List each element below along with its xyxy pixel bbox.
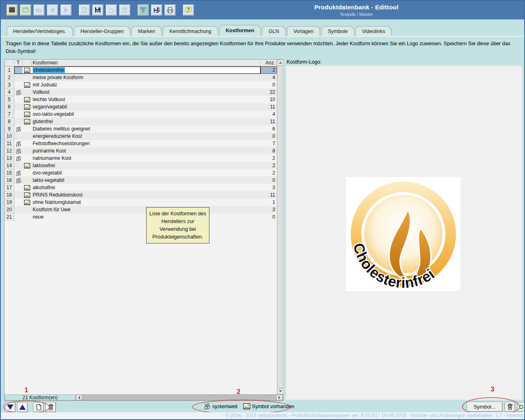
move-down-button[interactable] <box>5 402 16 412</box>
table-row[interactable]: 1cholesterinfrei2 <box>4 66 277 74</box>
toolbar-print-button[interactable] <box>165 4 176 15</box>
tab-kenntlichmachung[interactable]: Kenntlichmachung <box>163 26 218 36</box>
row-count-cell: 6 <box>260 125 277 133</box>
scroll-right-icon[interactable] <box>276 395 283 400</box>
row-symbol-cell <box>22 140 31 147</box>
table-row[interactable]: 4Vollkost22 <box>4 88 277 96</box>
move-up-button[interactable] <box>17 402 28 412</box>
toolbar-save-button[interactable] <box>92 4 103 15</box>
scroll-up-icon[interactable] <box>277 60 283 66</box>
delete-logo-button[interactable] <box>505 402 515 412</box>
row-name-cell[interactable]: glutenfrei <box>31 118 260 125</box>
toolbar-export-button[interactable] <box>138 4 149 15</box>
symbol-button[interactable]: Symbol... <box>467 402 503 412</box>
table-status-row: 21 Kostform(en) <box>4 394 283 400</box>
delete-row-button[interactable] <box>45 402 56 412</box>
record-nav-buttons <box>5 402 58 412</box>
table-row[interactable]: 21neue0 <box>4 213 277 221</box>
toolbar-sync-save-button[interactable] <box>151 4 162 15</box>
row-systemwide-cell <box>14 66 22 74</box>
column-header <box>22 60 31 66</box>
horizontal-scrollbar[interactable] <box>76 394 283 400</box>
legend-symbol-label: Symbol vorhanden <box>252 404 294 409</box>
row-name-cell[interactable]: energiereduzierte Kost <box>31 133 260 140</box>
row-name-cell[interactable]: lakto-vegetabil <box>31 177 260 184</box>
table-row[interactable]: 18PRINS Reduktionskost11 <box>4 191 277 199</box>
row-name-cell[interactable]: ovo-vegetabil <box>31 169 260 177</box>
tab-marken[interactable]: Marken <box>131 26 162 36</box>
move-down-icon <box>7 405 13 410</box>
table-row[interactable]: 8glutenfrei11 <box>4 118 277 125</box>
table-row[interactable]: 17alkoholfrei3 <box>4 184 277 191</box>
kostformen-table: TKostformenAnz. 1cholesterinfrei22meine … <box>4 59 283 401</box>
new-window-icon <box>22 6 29 14</box>
row-symbol-cell <box>22 191 31 199</box>
row-name-cell[interactable]: alkoholfrei <box>31 184 260 191</box>
table-row[interactable]: 7ovo-lakto-vegetabil4 <box>4 111 277 118</box>
table-row[interactable]: 16lakto-vegetabil0 <box>4 177 277 184</box>
row-name-cell[interactable]: meine private Kostform <box>31 74 260 81</box>
annotation-number-2: 2 <box>237 388 240 396</box>
table-row[interactable]: 3mit Jodsalz0 <box>4 81 277 88</box>
row-name-cell[interactable]: Vollkost <box>31 88 260 96</box>
table-row[interactable]: 13natriumarme Kost2 <box>4 155 277 162</box>
table-row[interactable]: 6vegan/vegetabil11 <box>4 103 277 111</box>
tab-hersteller-gruppen[interactable]: Hersteller-Gruppen <box>74 26 130 36</box>
toolbar-delete-button <box>119 4 130 15</box>
tab-hersteller-vertriebsges-[interactable]: Hersteller/Vertriebsges. <box>7 26 73 36</box>
toolbar-new-window-button[interactable] <box>20 4 31 15</box>
group-icon <box>16 141 22 147</box>
toolbar-search-button[interactable] <box>7 4 18 15</box>
row-name-cell[interactable]: Diabetes mellitus geeignet <box>31 125 260 133</box>
tab-kostformen[interactable]: Kostformen <box>219 25 261 36</box>
scrollbar-thumb[interactable] <box>277 66 283 388</box>
row-name-cell[interactable]: PRINS Reduktionskost <box>31 191 260 199</box>
table-row[interactable]: 9Diabetes mellitus geeignet6 <box>4 125 277 133</box>
row-name-cell[interactable]: purinarme Kost <box>31 147 260 155</box>
row-name-cell[interactable]: mit Jodsalz <box>31 81 260 88</box>
row-symbol-cell <box>22 88 31 96</box>
row-name-cell[interactable]: cholesterinfrei <box>31 66 260 74</box>
new-row-button[interactable] <box>33 402 44 412</box>
table-row[interactable]: 14laktosefrei2 <box>4 162 277 169</box>
print-icon <box>166 6 174 14</box>
tab-videolinks[interactable]: Videolinks <box>356 26 392 36</box>
table-row[interactable]: 10energiereduzierte Kost0 <box>4 133 277 140</box>
table-row[interactable]: 19ohne Natriumglutamat1 <box>4 199 277 206</box>
tab-vorlagen[interactable]: Vorlagen <box>287 26 320 36</box>
scroll-left-icon[interactable] <box>76 395 82 400</box>
tab-bar: Hersteller/Vertriebsges.Hersteller-Grupp… <box>1 20 524 37</box>
tab-gln[interactable]: GLN <box>262 26 286 36</box>
scroll-down-icon[interactable] <box>277 388 283 394</box>
row-count-cell: 0 <box>260 133 277 140</box>
row-symbol-cell <box>22 125 31 133</box>
table-row[interactable]: 20Kostform für Uwe3 <box>4 206 277 213</box>
row-name-cell[interactable]: natriumarme Kost <box>31 155 260 162</box>
row-name-cell[interactable]: laktosefrei <box>31 162 260 169</box>
row-symbol-cell <box>22 184 31 191</box>
row-systemwide-cell <box>14 118 22 125</box>
toolbar-back-button <box>47 4 58 15</box>
row-systemwide-cell <box>14 177 22 184</box>
vertical-scrollbar[interactable] <box>277 60 283 394</box>
table-row[interactable]: 2meine private Kostform4 <box>4 74 277 81</box>
row-number: 21 <box>4 213 14 221</box>
row-symbol-cell <box>22 133 31 140</box>
title-block: Produktdatenbank - Edittool Testpdb / Ma… <box>189 4 524 17</box>
row-name-cell[interactable]: ovo-lakto-vegetabil <box>31 111 260 118</box>
row-name-cell[interactable]: leichte Vollkost <box>31 96 260 103</box>
row-count-cell: 0 <box>260 177 277 184</box>
group-icon <box>16 148 22 154</box>
row-name-cell[interactable]: ohne Natriumglutamat <box>31 199 260 206</box>
row-systemwide-cell <box>14 184 22 191</box>
row-symbol-cell <box>22 155 31 162</box>
row-name-cell[interactable]: vegan/vegetabil <box>31 103 260 111</box>
table-row[interactable]: 11Fettstoffwechselstörungen7 <box>4 140 277 147</box>
refresh-logo-button[interactable] <box>517 402 525 411</box>
table-row[interactable]: 12purinarme Kost8 <box>4 147 277 155</box>
tab-symbole[interactable]: Symbole <box>321 26 354 36</box>
row-systemwide-cell <box>14 191 22 199</box>
row-name-cell[interactable]: Fettstoffwechselstörungen <box>31 140 260 147</box>
table-row[interactable]: 15ovo-vegetabil2 <box>4 169 277 177</box>
table-row[interactable]: 5leichte Vollkost10 <box>4 96 277 103</box>
